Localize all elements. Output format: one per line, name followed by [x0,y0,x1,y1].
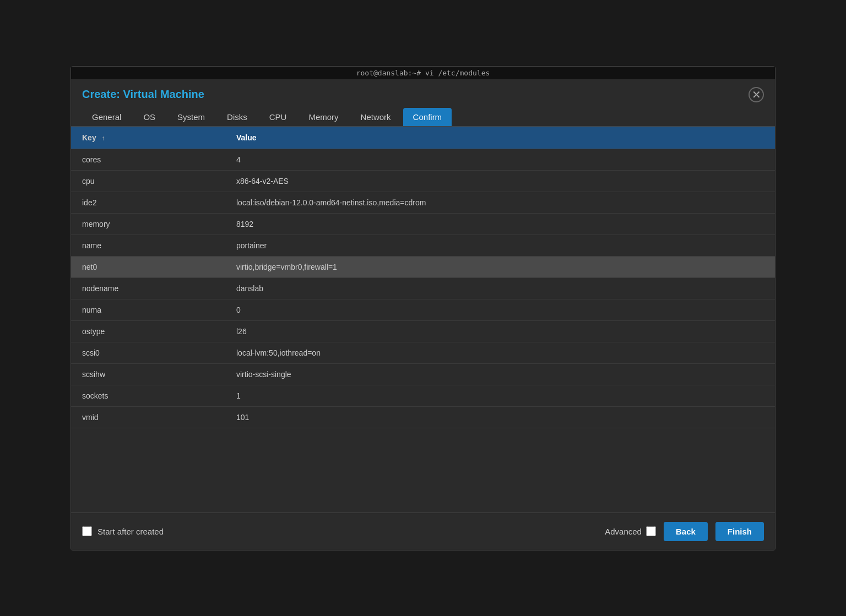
content-area: Key ↑ Value cores4cpux86-64-v2-AESide2lo… [71,127,775,513]
table-row: scsi0local-lvm:50,iothread=on [71,342,775,363]
row-key: numa [71,299,225,320]
row-key: memory [71,213,225,235]
start-after-created-checkbox[interactable] [82,526,92,536]
table-row: ostypel26 [71,320,775,342]
row-value: virtio,bridge=vmbr0,firewall=1 [225,256,775,277]
footer-right: Advanced Back Finish [605,522,764,541]
row-value: local:iso/debian-12.0.0-amd64-netinst.is… [225,192,775,213]
back-button[interactable]: Back [664,522,708,541]
create-vm-dialog: root@danslab:~# vi /etc/modules Create: … [70,66,776,550]
row-key: cores [71,149,225,170]
tab-memory[interactable]: Memory [299,108,348,126]
advanced-text: Advanced [605,527,642,536]
table-row: vmid101 [71,406,775,428]
close-button[interactable]: ✕ [749,87,764,102]
row-key: scsi0 [71,342,225,363]
table-header-row: Key ↑ Value [71,127,775,149]
table-row: sockets1 [71,385,775,406]
row-value: 4 [225,149,775,170]
terminal-text: root@danslab:~# vi /etc/modules [356,69,490,77]
footer-left: Start after created [82,526,164,536]
table-row: ide2local:iso/debian-12.0.0-amd64-netins… [71,192,775,213]
row-key: sockets [71,385,225,406]
start-after-created-text: Start after created [97,527,164,536]
advanced-label[interactable]: Advanced [605,526,656,536]
row-key: vmid [71,406,225,428]
tab-disks[interactable]: Disks [217,108,257,126]
tab-network[interactable]: Network [351,108,401,126]
dialog-title: Create: Virtual Machine [82,88,204,101]
row-key: cpu [71,170,225,192]
row-value: 8192 [225,213,775,235]
sort-icon: ↑ [102,134,105,142]
tab-cpu[interactable]: CPU [259,108,297,126]
tab-os[interactable]: OS [133,108,165,126]
start-after-created-label[interactable]: Start after created [82,526,164,536]
row-value: local-lvm:50,iothread=on [225,342,775,363]
finish-button[interactable]: Finish [715,522,764,541]
dialog-header: Create: Virtual Machine ✕ [71,79,775,102]
table-row: net0virtio,bridge=vmbr0,firewall=1 [71,256,775,277]
table-row: memory8192 [71,213,775,235]
row-value: 1 [225,385,775,406]
table-row: cores4 [71,149,775,170]
row-value: virtio-scsi-single [225,363,775,385]
tabs-bar: GeneralOSSystemDisksCPUMemoryNetworkConf… [71,102,775,126]
row-value: 0 [225,299,775,320]
row-key: nodename [71,277,225,299]
row-value: x86-64-v2-AES [225,170,775,192]
row-value: danslab [225,277,775,299]
row-key: net0 [71,256,225,277]
table-row: numa0 [71,299,775,320]
advanced-checkbox[interactable] [646,526,656,536]
column-value: Value [225,127,775,149]
config-table: Key ↑ Value cores4cpux86-64-v2-AESide2lo… [71,127,775,428]
row-key: ide2 [71,192,225,213]
tab-general[interactable]: General [82,108,131,126]
row-value: l26 [225,320,775,342]
table-row: scsihwvirtio-scsi-single [71,363,775,385]
row-key: ostype [71,320,225,342]
tab-system[interactable]: System [167,108,215,126]
tab-confirm[interactable]: Confirm [403,108,452,126]
column-key: Key ↑ [71,127,225,149]
table-row: cpux86-64-v2-AES [71,170,775,192]
terminal-bar: root@danslab:~# vi /etc/modules [71,67,775,79]
row-value: 101 [225,406,775,428]
dialog-footer: Start after created Advanced Back Finish [71,513,775,550]
row-key: name [71,235,225,256]
row-value: portainer [225,235,775,256]
table-row: nodenamedanslab [71,277,775,299]
row-key: scsihw [71,363,225,385]
table-row: nameportainer [71,235,775,256]
